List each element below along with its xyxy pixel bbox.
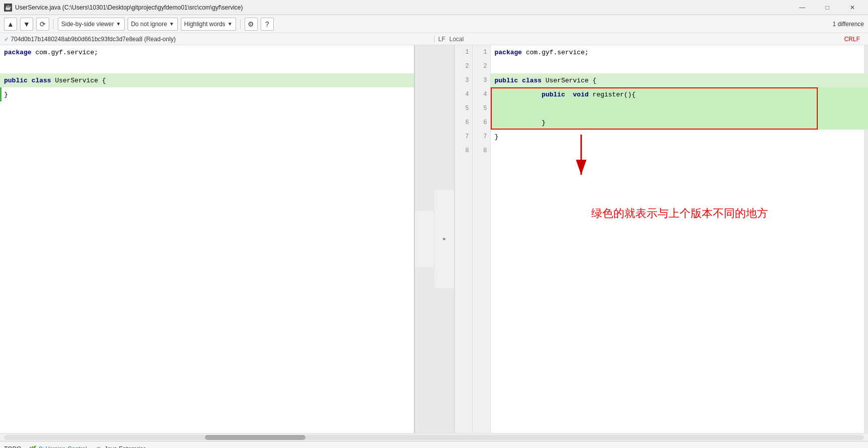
gutter-r-r-5: 5 [473, 101, 490, 116]
right-line-1: package com.gyf.service; [491, 45, 869, 59]
horizontal-scrollbar[interactable] [0, 433, 868, 441]
gutter-empty-1 [415, 211, 434, 225]
local-badge: Local [450, 36, 464, 43]
ignore-chevron: ▼ [169, 21, 174, 27]
right-gutter-left: 1 2 3 4 5 6 7 8 [455, 45, 473, 433]
status-version-control[interactable]: 🌿 9: Version Control [29, 445, 86, 449]
scroll-track-inner [4, 435, 864, 440]
splitter-1 [435, 190, 454, 204]
gutter-r-r-1: 1 [473, 45, 490, 59]
left-line-1: package com.gyf.service; [0, 45, 414, 59]
gutter-r-l-8: 8 [455, 144, 472, 158]
window-controls: — □ ✕ [791, 0, 864, 15]
right-line-5 [491, 101, 869, 116]
diff-count: 1 difference [833, 21, 864, 28]
gutter-r-l-5: 5 [455, 101, 472, 116]
right-line-2 [491, 59, 869, 73]
minimize-button[interactable]: — [791, 0, 814, 15]
chinese-annotation: 绿色的就表示与上个版本不同的地方 [591, 206, 768, 221]
help-button[interactable]: ? [261, 18, 274, 31]
gutter-r-r-6: 6 [473, 116, 490, 130]
left-panel: package com.gyf.service; public class Us… [0, 45, 414, 433]
gutter-r-r-4: 4 [473, 87, 490, 101]
left-gutter [415, 211, 435, 267]
left-line-3: public class UserService { [0, 73, 414, 87]
status-todo[interactable]: TODO [4, 445, 21, 449]
scroll-thumb[interactable] [205, 435, 305, 440]
right-panel: package com.gyf.service; public class Us… [491, 45, 869, 433]
right-line-4: public void register(){ [491, 87, 869, 101]
java-enterprise-label: Java Enterprise [104, 445, 146, 449]
settings-button[interactable]: ⚙ [245, 18, 258, 31]
file-hash: 704d0b17b1480248ab9b0d661bc93fdc3d7e8ea8… [11, 36, 175, 43]
gutter-r-r-8: 8 [473, 144, 490, 158]
gutter-r-r-7: 7 [473, 130, 490, 144]
right-line-6: } [491, 116, 869, 130]
highlight-label: Highlight words [184, 21, 226, 28]
file-hash-info: ✓ 704d0b17b1480248ab9b0d661bc93fdc3d7e8e… [0, 36, 435, 43]
highlight-chevron: ▼ [228, 21, 233, 27]
gutter-r-l-4: 4 [455, 87, 472, 101]
title-bar-left: ☕ UserService.java (C:\Users\10301\Deskt… [4, 4, 243, 12]
right-gutter-right: 1 2 3 4 5 6 7 8 [473, 45, 491, 433]
splitter-5 [435, 246, 454, 260]
window-title: UserService.java (C:\Users\10301\Desktop… [15, 4, 243, 11]
gutter-r-l-6: 6 [455, 116, 472, 130]
gutter-r-l-3: 3 [455, 73, 472, 87]
right-line-3: public class UserService { [491, 73, 869, 87]
gutter-empty-2 [415, 225, 434, 239]
right-line-7: } [491, 130, 869, 144]
status-bar: TODO 🌿 9: Version Control ☕ Java Enterpr… [0, 441, 868, 448]
splitter-6 [435, 260, 454, 274]
highlight-dropdown[interactable]: Highlight words ▼ [181, 18, 236, 31]
update-button[interactable]: ⟳ [36, 18, 49, 31]
splitter-2 [435, 204, 454, 218]
splitter-3 [435, 218, 454, 232]
diff-container: package com.gyf.service; public class Us… [0, 45, 868, 433]
maximize-button[interactable]: □ [816, 0, 839, 15]
status-java-enterprise[interactable]: ☕ Java Enterprise [95, 445, 146, 449]
left-line-4: } [0, 87, 414, 101]
crlf-badge: CRLF [844, 36, 864, 43]
close-button[interactable]: ✕ [841, 0, 864, 15]
ignore-dropdown[interactable]: Do not ignore ▼ [128, 18, 178, 31]
lf-badge: LF [439, 36, 446, 43]
file-right-info: LF Local CRLF [435, 36, 869, 43]
left-code-area: package com.gyf.service; public class Us… [0, 45, 414, 433]
file-info-bar: ✓ 704d0b17b1480248ab9b0d661bc93fdc3d7e8e… [0, 33, 868, 45]
gutter-r-l-7: 7 [455, 130, 472, 144]
gutter-r-r-2: 2 [473, 59, 490, 73]
toolbar: ▲ ▼ ⟳ Side-by-side viewer ▼ Do not ignor… [0, 15, 868, 33]
gutter-r-r-3: 3 [473, 73, 490, 87]
splitter-7 [435, 274, 454, 288]
left-line-2 [0, 59, 414, 73]
prev-diff-button[interactable]: ▲ [4, 18, 17, 31]
ignore-label: Do not ignore [131, 21, 167, 28]
viewer-chevron: ▼ [116, 21, 121, 27]
splitter-arrow: » [435, 232, 454, 246]
right-line-8 [491, 144, 869, 158]
left-change-indicator [0, 87, 2, 101]
gutter-empty-3 [415, 239, 434, 253]
viewer-dropdown[interactable]: Side-by-side viewer ▼ [58, 18, 125, 31]
diff-splitter: » [414, 45, 455, 433]
separator-2 [240, 19, 241, 29]
right-gutter-nav: » [435, 190, 454, 288]
gutter-empty-4 [415, 253, 434, 267]
title-bar: ☕ UserService.java (C:\Users\10301\Deskt… [0, 0, 868, 15]
right-panel-container: 1 2 3 4 5 6 7 8 1 2 3 4 5 6 7 8 [455, 45, 869, 433]
left-code-view: package com.gyf.service; public class Us… [0, 45, 414, 433]
gutter-r-l-1: 1 [455, 45, 472, 59]
gutter-r-l-2: 2 [455, 59, 472, 73]
version-control-label: 9: Version Control [39, 445, 86, 449]
todo-label: TODO [4, 445, 21, 449]
next-diff-button[interactable]: ▼ [20, 18, 33, 31]
separator-1 [53, 19, 54, 29]
viewer-label: Side-by-side viewer [61, 21, 114, 28]
app-icon: ☕ [4, 4, 12, 12]
